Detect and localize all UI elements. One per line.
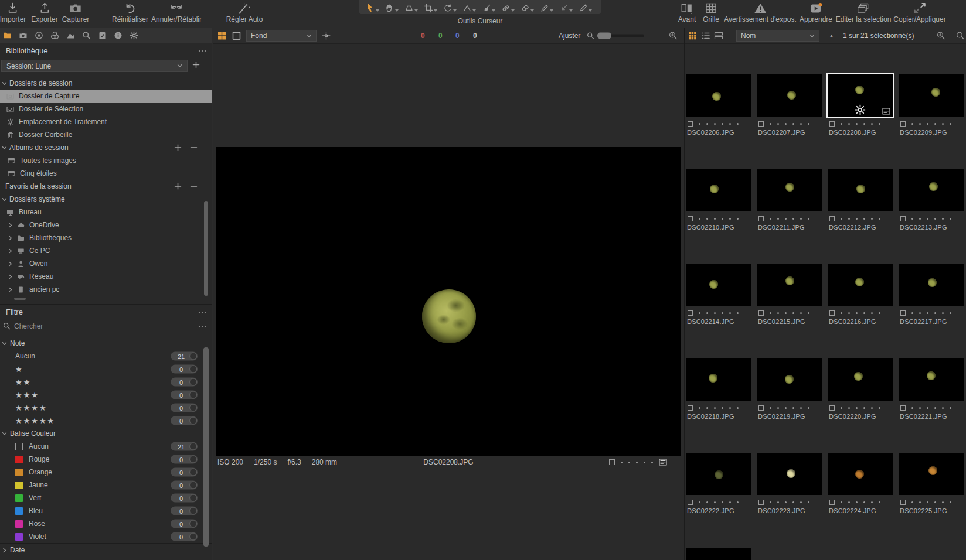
- thumbnail[interactable]: [828, 453, 893, 495]
- tool-tab-gear[interactable]: [128, 29, 140, 42]
- tree-item[interactable]: OneDrive: [0, 218, 212, 231]
- tool-dropdown-caret[interactable]: [376, 9, 379, 12]
- filter-rating-row[interactable]: ★★★★0: [0, 401, 212, 414]
- sort-direction-icon[interactable]: ▲: [829, 33, 834, 39]
- tool-dropdown-caret[interactable]: [550, 9, 553, 12]
- thumb-zoom-icon[interactable]: [937, 32, 945, 40]
- reset-adjustments-button[interactable]: Réinitialiser: [112, 1, 148, 23]
- thumb-rating-dots[interactable]: [770, 218, 809, 220]
- tool-pick-arrow[interactable]: [557, 1, 574, 13]
- viewer-background-select[interactable]: Fond: [246, 30, 317, 42]
- zoom-to-fit-icon[interactable]: [669, 32, 678, 40]
- filter-toggle[interactable]: 0: [171, 532, 198, 541]
- filter-toggle[interactable]: 0: [171, 468, 198, 477]
- exposure-warning-button[interactable]: Avertissement d'expos.: [724, 1, 796, 23]
- remove-icon[interactable]: [190, 183, 198, 190]
- filter-toggle[interactable]: 0: [171, 365, 198, 374]
- filter-toggle[interactable]: 0: [171, 481, 198, 490]
- browser-search-icon[interactable]: [956, 32, 965, 40]
- thumbnail[interactable]: [757, 74, 822, 117]
- filter-toggle[interactable]: 0: [171, 404, 198, 412]
- tree-item[interactable]: Bibliothèques: [0, 231, 212, 244]
- thumbnail[interactable]: [828, 264, 893, 306]
- thumb-checkbox[interactable]: [758, 310, 764, 316]
- horizontal-scrollbar[interactable]: [14, 298, 26, 300]
- filter-rating-row[interactable]: ★★0: [0, 375, 212, 388]
- thumbnail[interactable]: [757, 453, 822, 495]
- thumb-rating-dots[interactable]: [841, 501, 880, 503]
- select-checkbox[interactable]: [609, 459, 615, 465]
- thumb-checkbox[interactable]: [688, 405, 693, 411]
- tool-dropdown-caret[interactable]: [492, 9, 495, 12]
- thumbnail[interactable]: [757, 358, 822, 401]
- grid-overlay-button[interactable]: Grille: [703, 1, 719, 23]
- thumb-rating-dots[interactable]: [770, 501, 809, 503]
- copy-apply-button[interactable]: Copier/Appliquer: [893, 1, 945, 23]
- grid-view-icon[interactable]: [688, 32, 697, 40]
- tool-tab-wheels[interactable]: [49, 29, 60, 42]
- thumb-rating-dots[interactable]: [699, 312, 739, 314]
- filter-toggle[interactable]: 21: [171, 442, 198, 451]
- tool-erase-mask[interactable]: [519, 1, 536, 13]
- session-selector[interactable]: Session: Lune: [1, 60, 188, 72]
- tool-straighten[interactable]: [461, 1, 478, 13]
- filter-color-row[interactable]: Violet0: [0, 530, 212, 543]
- thumbnail[interactable]: [686, 453, 751, 495]
- tool-tab-loupe[interactable]: [81, 29, 92, 42]
- thumb-rating-dots[interactable]: [770, 407, 809, 409]
- tool-rotate[interactable]: [441, 1, 458, 13]
- thumbnail[interactable]: [757, 169, 822, 211]
- thumb-checkbox[interactable]: [829, 216, 835, 221]
- filter-rating-row[interactable]: Aucun21: [0, 350, 212, 363]
- thumb-checkbox[interactable]: [829, 405, 835, 411]
- thumb-rating-dots[interactable]: [911, 218, 951, 220]
- thumb-rating-dots[interactable]: [841, 218, 880, 220]
- filter-color-row[interactable]: Rouge0: [0, 453, 212, 466]
- filter-color-row[interactable]: Jaune0: [0, 479, 212, 491]
- tree-section-system-folders[interactable]: Dossiers système: [0, 193, 212, 206]
- thumb-checkbox[interactable]: [758, 405, 764, 411]
- thumb-rating-dots[interactable]: [699, 218, 739, 220]
- filter-rating-row[interactable]: ★★★0: [0, 388, 212, 401]
- tool-tab-curve[interactable]: [65, 29, 76, 42]
- tool-dropdown-caret[interactable]: [434, 9, 437, 12]
- thumb-rating-dots[interactable]: [841, 312, 880, 314]
- learn-button[interactable]: Apprendre: [800, 1, 832, 23]
- filter-rating-row[interactable]: ★★★★★0: [0, 414, 212, 427]
- filter-section-date[interactable]: Date: [0, 544, 212, 556]
- tool-tab-lens[interactable]: [33, 29, 45, 42]
- filter-toggle[interactable]: 0: [171, 391, 198, 399]
- thumb-checkbox[interactable]: [688, 216, 693, 221]
- undo-redo-button[interactable]: Annuler/Rétablir: [151, 1, 202, 23]
- thumbnail[interactable]: [686, 548, 751, 560]
- add-icon[interactable]: [174, 183, 182, 190]
- filter-toggle[interactable]: 0: [171, 416, 198, 425]
- thumbnail[interactable]: [899, 74, 964, 117]
- export-button[interactable]: Exporter: [31, 1, 57, 23]
- tree-section-session-folders[interactable]: Dossiers de session: [0, 77, 212, 90]
- thumbnail[interactable]: [828, 169, 893, 211]
- filter-color-row[interactable]: Rose0: [0, 517, 212, 530]
- tree-item[interactable]: Emplacement de Traitement: [0, 115, 212, 128]
- edit-selection-button[interactable]: Editer la selection: [836, 1, 892, 23]
- thumb-rating-dots[interactable]: [699, 407, 739, 409]
- search-options-icon[interactable]: [198, 325, 206, 327]
- tool-heal[interactable]: [499, 1, 516, 13]
- library-menu-icon[interactable]: [198, 50, 206, 52]
- filter-toggle[interactable]: 0: [171, 507, 198, 515]
- tree-item[interactable]: Owen: [0, 257, 212, 270]
- tree-item[interactable]: Réseau: [0, 270, 212, 283]
- thumb-rating-dots[interactable]: [911, 312, 951, 314]
- tool-dropdown-caret[interactable]: [511, 9, 515, 12]
- thumb-rating-dots[interactable]: [911, 123, 951, 125]
- tool-tab-check[interactable]: [97, 29, 108, 42]
- filter-color-row[interactable]: Vert0: [0, 491, 212, 504]
- thumb-checkbox[interactable]: [688, 310, 693, 316]
- tool-dropdown-caret[interactable]: [569, 9, 573, 12]
- zoom-slider-thumb[interactable]: [597, 33, 611, 39]
- tool-draw-mask-brush[interactable]: [480, 1, 497, 13]
- photo-canvas[interactable]: [216, 147, 681, 456]
- tool-tab-folder[interactable]: [2, 29, 13, 42]
- thumbnail[interactable]: [899, 358, 964, 401]
- tool-tab-camera[interactable]: [18, 29, 29, 42]
